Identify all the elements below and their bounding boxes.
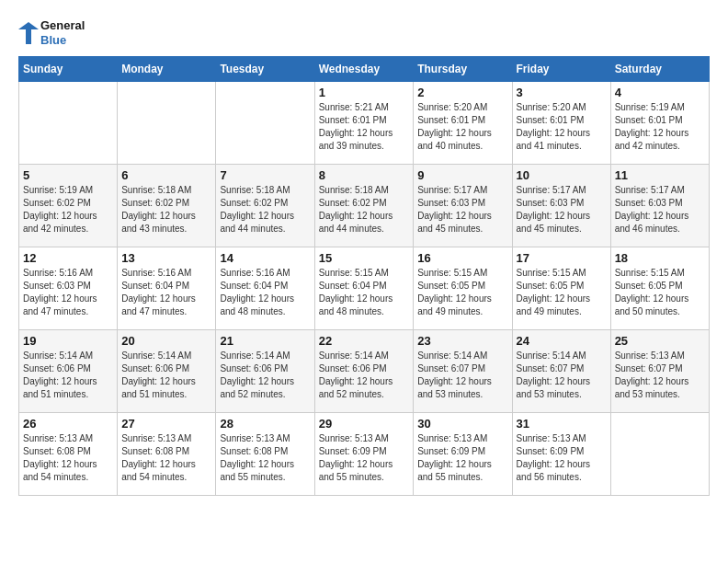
day-number: 3 [517,86,607,99]
weekday-header-tuesday: Tuesday [216,57,314,82]
day-info: Sunrise: 5:14 AM Sunset: 6:07 PM Dayligh… [417,350,507,401]
day-number: 28 [220,417,310,431]
calendar-cell: 17Sunrise: 5:15 AM Sunset: 6:05 PM Dayli… [512,247,610,330]
calendar-cell: 6Sunrise: 5:18 AM Sunset: 6:02 PM Daylig… [118,165,216,247]
day-number: 22 [319,334,410,348]
calendar-cell: 9Sunrise: 5:17 AM Sunset: 6:03 PM Daylig… [414,165,512,247]
day-info: Sunrise: 5:18 AM Sunset: 6:02 PM Dayligh… [121,184,211,236]
week-row-1: 1Sunrise: 5:21 AM Sunset: 6:01 PM Daylig… [19,82,710,165]
calendar-cell: 22Sunrise: 5:14 AM Sunset: 6:06 PM Dayli… [314,330,414,413]
week-row-4: 19Sunrise: 5:14 AM Sunset: 6:06 PM Dayli… [19,330,710,413]
day-number: 8 [319,168,410,182]
weekday-header-sunday: Sunday [19,57,118,82]
day-info: Sunrise: 5:13 AM Sunset: 6:08 PM Dayligh… [121,432,211,484]
day-info: Sunrise: 5:15 AM Sunset: 6:05 PM Dayligh… [417,267,507,318]
calendar-cell: 25Sunrise: 5:13 AM Sunset: 6:07 PM Dayli… [610,330,709,413]
day-number: 7 [220,168,310,182]
calendar-cell: 19Sunrise: 5:14 AM Sunset: 6:06 PM Dayli… [19,330,118,413]
calendar-cell [19,82,118,165]
calendar-cell [216,82,314,165]
calendar-cell: 29Sunrise: 5:13 AM Sunset: 6:09 PM Dayli… [314,413,414,496]
calendar-cell: 21Sunrise: 5:14 AM Sunset: 6:06 PM Dayli… [216,330,314,413]
calendar-cell: 30Sunrise: 5:13 AM Sunset: 6:09 PM Dayli… [414,413,512,496]
calendar-cell: 24Sunrise: 5:14 AM Sunset: 6:07 PM Dayli… [512,330,610,413]
calendar-cell: 27Sunrise: 5:13 AM Sunset: 6:08 PM Dayli… [118,413,216,496]
day-number: 1 [319,86,410,99]
calendar-cell [610,413,709,496]
calendar-cell: 2Sunrise: 5:20 AM Sunset: 6:01 PM Daylig… [414,82,512,165]
weekday-header-thursday: Thursday [414,57,512,82]
calendar-cell: 18Sunrise: 5:15 AM Sunset: 6:05 PM Dayli… [610,247,709,330]
day-number: 30 [417,417,507,431]
calendar-cell: 23Sunrise: 5:14 AM Sunset: 6:07 PM Dayli… [414,330,512,413]
calendar-cell: 7Sunrise: 5:18 AM Sunset: 6:02 PM Daylig… [216,165,314,247]
day-number: 13 [121,251,211,265]
page-header: General Blue [18,18,710,47]
calendar-cell [118,82,216,165]
calendar-cell: 15Sunrise: 5:15 AM Sunset: 6:04 PM Dayli… [314,247,414,330]
day-info: Sunrise: 5:16 AM Sunset: 6:03 PM Dayligh… [23,267,113,318]
calendar-cell: 10Sunrise: 5:17 AM Sunset: 6:03 PM Dayli… [512,165,610,247]
day-info: Sunrise: 5:20 AM Sunset: 6:01 PM Dayligh… [417,101,507,153]
day-number: 12 [23,251,113,265]
day-info: Sunrise: 5:17 AM Sunset: 6:03 PM Dayligh… [517,184,607,236]
day-info: Sunrise: 5:17 AM Sunset: 6:03 PM Dayligh… [417,184,507,236]
day-number: 15 [319,251,410,265]
day-info: Sunrise: 5:18 AM Sunset: 6:02 PM Dayligh… [220,184,310,236]
calendar-cell: 8Sunrise: 5:18 AM Sunset: 6:02 PM Daylig… [314,165,414,247]
day-number: 6 [121,168,211,182]
day-info: Sunrise: 5:13 AM Sunset: 6:08 PM Dayligh… [23,432,113,484]
week-row-5: 26Sunrise: 5:13 AM Sunset: 6:08 PM Dayli… [19,413,710,496]
weekday-header-row: SundayMondayTuesdayWednesdayThursdayFrid… [19,57,710,82]
day-info: Sunrise: 5:13 AM Sunset: 6:07 PM Dayligh… [615,350,705,401]
day-number: 19 [23,334,113,348]
day-info: Sunrise: 5:14 AM Sunset: 6:07 PM Dayligh… [517,350,607,401]
day-info: Sunrise: 5:16 AM Sunset: 6:04 PM Dayligh… [121,267,211,318]
day-number: 16 [417,251,507,265]
calendar-cell: 12Sunrise: 5:16 AM Sunset: 6:03 PM Dayli… [19,247,118,330]
day-info: Sunrise: 5:17 AM Sunset: 6:03 PM Dayligh… [615,184,705,236]
day-number: 29 [319,417,410,431]
day-info: Sunrise: 5:21 AM Sunset: 6:01 PM Dayligh… [319,101,410,153]
day-info: Sunrise: 5:20 AM Sunset: 6:01 PM Dayligh… [517,101,607,153]
calendar-cell: 3Sunrise: 5:20 AM Sunset: 6:01 PM Daylig… [512,82,610,165]
day-number: 21 [220,334,310,348]
day-info: Sunrise: 5:14 AM Sunset: 6:06 PM Dayligh… [319,350,410,401]
calendar-cell: 16Sunrise: 5:15 AM Sunset: 6:05 PM Dayli… [414,247,512,330]
week-row-3: 12Sunrise: 5:16 AM Sunset: 6:03 PM Dayli… [19,247,710,330]
calendar-cell: 31Sunrise: 5:13 AM Sunset: 6:09 PM Dayli… [512,413,610,496]
calendar-cell: 11Sunrise: 5:17 AM Sunset: 6:03 PM Dayli… [610,165,709,247]
day-number: 24 [517,334,607,348]
day-info: Sunrise: 5:15 AM Sunset: 6:04 PM Dayligh… [319,267,410,318]
day-number: 4 [615,86,705,99]
day-number: 14 [220,251,310,265]
day-info: Sunrise: 5:13 AM Sunset: 6:09 PM Dayligh… [319,432,410,484]
day-number: 10 [517,168,607,182]
calendar-cell: 5Sunrise: 5:19 AM Sunset: 6:02 PM Daylig… [19,165,118,247]
weekday-header-friday: Friday [512,57,610,82]
day-info: Sunrise: 5:15 AM Sunset: 6:05 PM Dayligh… [517,267,607,318]
day-number: 31 [517,417,607,431]
day-number: 17 [517,251,607,265]
day-number: 20 [121,334,211,348]
weekday-header-wednesday: Wednesday [314,57,414,82]
day-number: 23 [417,334,507,348]
day-number: 5 [23,168,113,182]
day-info: Sunrise: 5:16 AM Sunset: 6:04 PM Dayligh… [220,267,310,318]
calendar-cell: 13Sunrise: 5:16 AM Sunset: 6:04 PM Dayli… [118,247,216,330]
day-info: Sunrise: 5:14 AM Sunset: 6:06 PM Dayligh… [121,350,211,401]
day-number: 11 [615,168,705,182]
day-info: Sunrise: 5:13 AM Sunset: 6:09 PM Dayligh… [517,432,607,484]
weekday-header-saturday: Saturday [610,57,709,82]
calendar-cell: 1Sunrise: 5:21 AM Sunset: 6:01 PM Daylig… [314,82,414,165]
day-number: 27 [121,417,211,431]
logo: General Blue [18,18,85,47]
logo-graphic: General Blue [18,18,85,47]
day-info: Sunrise: 5:13 AM Sunset: 6:09 PM Dayligh… [417,432,507,484]
day-info: Sunrise: 5:18 AM Sunset: 6:02 PM Dayligh… [319,184,410,236]
calendar-cell: 20Sunrise: 5:14 AM Sunset: 6:06 PM Dayli… [118,330,216,413]
day-number: 26 [23,417,113,431]
day-info: Sunrise: 5:14 AM Sunset: 6:06 PM Dayligh… [23,350,113,401]
day-number: 2 [417,86,507,99]
week-row-2: 5Sunrise: 5:19 AM Sunset: 6:02 PM Daylig… [19,165,710,247]
